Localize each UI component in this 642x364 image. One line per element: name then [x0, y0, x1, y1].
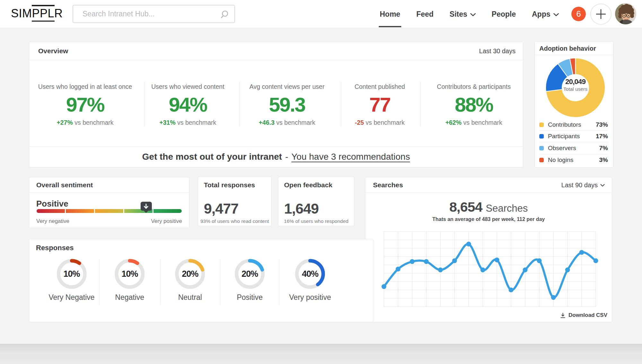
metric-divider [341, 82, 341, 127]
metric-benchmark: +46.3 vs benchmark [249, 119, 325, 126]
logo-text-post: R [54, 7, 63, 20]
overview-metric: Users who viewed content94%+31% vs bench… [151, 83, 224, 126]
sentiment-bar-segment [95, 209, 123, 213]
page-bottom-strip [0, 344, 642, 364]
nav-item-home[interactable]: Home [380, 0, 400, 28]
gauge-label: Very Negative [48, 293, 94, 302]
gauge-divider [160, 259, 160, 305]
open-feedback-caption: 16% of users who responded [278, 218, 354, 224]
searches-card-header: Searches Last 90 days [365, 177, 612, 193]
adoption-donut-chart: 20,049 Total users [545, 58, 605, 118]
adoption-legend: Contributors73%Participants17%Observers7… [539, 119, 608, 166]
response-gauge: 10%Very Negative [48, 258, 94, 302]
legend-value: 73% [596, 121, 608, 128]
searches-total: 8,654 Searches [365, 199, 612, 215]
searches-range-dropdown[interactable]: Last 90 days [561, 181, 605, 189]
sentiment-bar-segment [66, 209, 94, 213]
download-icon [560, 312, 566, 318]
sentiment-marker[interactable] [141, 202, 152, 211]
plus-icon [595, 9, 606, 20]
total-users-label: Total users [545, 86, 605, 92]
response-gauge: 20%Positive [234, 258, 265, 302]
download-csv-button[interactable]: Download CSV [560, 312, 607, 318]
simpplr-analytics-dashboard: SIMPPLR Home Feed Sites People Apps 6 [0, 0, 642, 364]
nav-label: Feed [416, 10, 434, 19]
gauge-value: 20% [175, 258, 205, 289]
search-icon[interactable] [220, 10, 229, 19]
gauge-value: 40% [295, 258, 325, 289]
gauge-label: Positive [234, 293, 265, 302]
nav-item-feed[interactable]: Feed [416, 0, 434, 28]
total-users-value: 20,049 [545, 78, 605, 86]
avatar-photo [615, 3, 636, 24]
sentiment-min-label: Very negative [36, 218, 69, 224]
simpplr-logo[interactable]: SIMPPLR [11, 7, 63, 20]
download-csv-label: Download CSV [568, 312, 607, 318]
gauge-divider [99, 259, 100, 305]
legend-row: Contributors73% [539, 119, 608, 131]
search-input[interactable] [73, 5, 234, 22]
nav-label: Home [380, 10, 400, 19]
open-feedback-card: Open feedback 1,649 16% of users who res… [278, 177, 354, 226]
logo-text-mid: PPL [32, 7, 55, 20]
metric-label: Contributors & participants [437, 83, 511, 90]
legend-value: 17% [596, 133, 608, 140]
overview-card-header: Overview Last 30 days [29, 42, 523, 60]
nav-item-apps[interactable]: Apps [532, 0, 559, 28]
nav-item-people[interactable]: People [492, 0, 516, 28]
sentiment-title: Overall sentiment [36, 181, 93, 189]
response-gauge: 40%Very positive [289, 258, 331, 302]
legend-swatch [539, 134, 544, 139]
user-avatar[interactable] [615, 3, 636, 24]
nav-label: People [492, 10, 516, 19]
legend-label: Participants [548, 133, 580, 140]
metric-divider [421, 82, 421, 127]
primary-nav: Home Feed Sites People Apps [380, 0, 559, 28]
overview-metric: Users who logged in at least once97%+27%… [38, 83, 132, 126]
top-navigation-bar: SIMPPLR Home Feed Sites People Apps 6 [0, 0, 642, 28]
legend-swatch [539, 158, 544, 162]
overview-title: Overview [38, 47, 68, 55]
notification-badge[interactable]: 6 [571, 7, 586, 21]
metric-label: Content published [354, 83, 405, 90]
searches-total-suffix: Searches [486, 203, 528, 214]
metric-value: 97% [38, 95, 132, 115]
metric-benchmark: +27% vs benchmark [38, 119, 132, 126]
legend-swatch [539, 146, 544, 150]
nav-label: Apps [532, 10, 551, 19]
sentiment-max-label: Very positive [151, 218, 182, 224]
recommendations-row: Get the most out of your intranet - You … [29, 146, 523, 167]
total-responses-card: Total responses 9,477 93% of users who r… [198, 177, 272, 226]
nav-item-sites[interactable]: Sites [450, 0, 476, 28]
searches-line-chart [384, 232, 596, 307]
overview-date-range: Last 30 days [479, 47, 516, 55]
metric-value: 59.3 [249, 95, 325, 115]
metric-value: 77 [354, 95, 405, 115]
sentiment-scale-bar [37, 209, 182, 213]
recommendations-link[interactable]: You have 3 recommendations [291, 152, 410, 162]
metric-divider [144, 82, 144, 127]
metric-label: Users who viewed content [151, 83, 224, 90]
legend-label: Observers [548, 145, 576, 152]
adoption-behavior-card: Adoption behavior 20,049 Total users Con… [534, 41, 613, 168]
gauge-value: 10% [114, 258, 145, 289]
add-button[interactable] [590, 4, 612, 25]
legend-row: Participants17% [539, 131, 608, 143]
nav-label: Sites [450, 10, 467, 19]
gauge-value: 20% [234, 258, 265, 289]
gauge-label: Negative [114, 293, 145, 302]
overview-card: Overview Last 30 days Users who logged i… [29, 42, 523, 167]
response-gauge: 10%Negative [114, 258, 145, 302]
metric-value: 88% [437, 95, 511, 115]
overview-metric: Content published77-25 vs benchmark [354, 83, 405, 126]
legend-swatch [539, 123, 544, 127]
legend-value: 7% [599, 145, 608, 152]
search-box [73, 5, 235, 23]
responses-title: Responses [36, 244, 74, 252]
metric-benchmark: -25 vs benchmark [354, 119, 405, 126]
gauge-value: 10% [56, 258, 87, 289]
searches-subtitle: Thats an average of 483 per week, 112 pe… [365, 216, 612, 222]
open-feedback-title: Open feedback [284, 181, 333, 189]
legend-label: Contributors [548, 121, 581, 128]
recommendation-separator: - [285, 152, 288, 162]
